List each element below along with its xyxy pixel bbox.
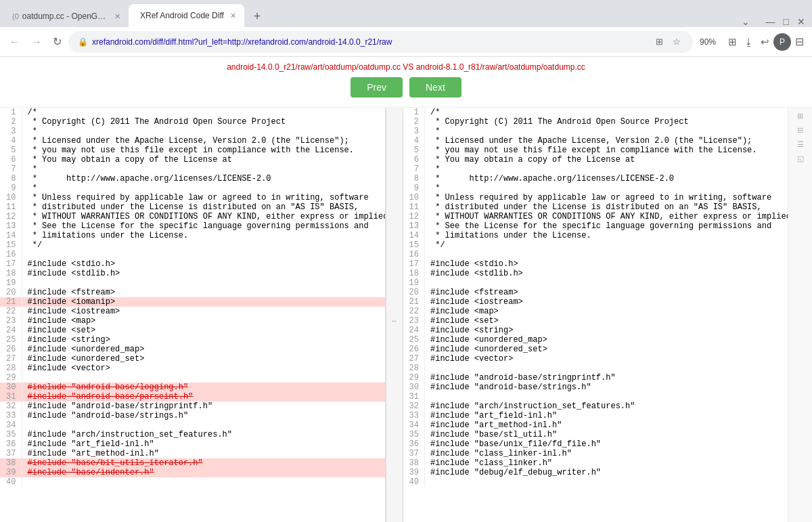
- reload-button[interactable]: ↻: [49, 32, 66, 51]
- line-number: 16: [0, 250, 22, 259]
- tab1-close[interactable]: ✕: [114, 12, 120, 21]
- line-number: 2: [403, 117, 425, 127]
- table-row: 6 * You may obtain a copy of the License…: [403, 155, 788, 165]
- line-number: 9: [403, 183, 425, 193]
- line-code: #include "android-base/stringprintf.h": [425, 373, 788, 383]
- table-row: 28#include <vector>: [0, 364, 386, 373]
- table-row: 36#include "base/unix_file/fd_file.h": [403, 439, 788, 449]
- next-button[interactable]: Next: [409, 77, 461, 97]
- address-bar[interactable]: 🔒 xrefandroid.com/diff/diff.html?url_lef…: [68, 31, 693, 53]
- forward-button[interactable]: →: [27, 33, 46, 51]
- back-button[interactable]: ←: [5, 33, 24, 51]
- profile-button[interactable]: P: [773, 33, 791, 51]
- line-code: *: [22, 127, 386, 136]
- line-code: #include <unordered_set>: [22, 354, 386, 364]
- line-number: 3: [0, 127, 22, 136]
- line-code: *: [22, 183, 386, 193]
- table-row: 37#include "art_method-inl.h": [0, 449, 386, 458]
- line-code: #include <stdio.h>: [22, 259, 386, 269]
- line-code: * Licensed under the Apache License, Ver…: [425, 136, 788, 146]
- qr-button[interactable]: ⊞: [653, 35, 666, 48]
- line-number: 28: [403, 364, 425, 373]
- table-row: 4 * Licensed under the Apache License, V…: [403, 136, 788, 146]
- table-row: 37#include "class_linker-inl.h": [403, 449, 788, 458]
- line-number: 16: [403, 250, 425, 259]
- line-number: 8: [403, 174, 425, 183]
- line-code: #include "class_linker-inl.h": [425, 449, 788, 458]
- tab-1[interactable]: {0 oatdump.cc - OpenGrok cros ✕: [5, 5, 127, 27]
- line-code: *: [425, 127, 788, 136]
- zoom-display: 90%: [696, 37, 720, 47]
- line-number: 7: [0, 165, 22, 174]
- table-row: 17#include <stdio.h>: [0, 259, 386, 269]
- line-code: [425, 278, 788, 288]
- line-number: 19: [0, 278, 22, 288]
- tab-2[interactable]: XRef Android Code Diff ✕: [129, 4, 244, 27]
- line-code: * Copyright (C) 2011 The Android Open So…: [425, 117, 788, 127]
- line-code: * See the License for the specific langu…: [425, 221, 788, 231]
- table-row: 30#include "android-base/strings.h": [403, 383, 788, 392]
- line-number: 39: [403, 468, 425, 477]
- table-row: 38#include "class_linker.h": [403, 458, 788, 468]
- table-row: 7 *: [403, 165, 788, 174]
- table-row: 12 * WITHOUT WARRANTIES OR CONDITIONS OF…: [0, 212, 386, 221]
- line-number: 4: [403, 136, 425, 146]
- table-row: 25#include <unordered_map>: [403, 335, 788, 345]
- new-tab-button[interactable]: +: [247, 5, 268, 27]
- line-code: #include "android-base/strings.h": [22, 411, 386, 420]
- back-history-button[interactable]: ↩: [758, 33, 772, 51]
- line-number: 5: [403, 146, 425, 155]
- window-controls: — □ ✕: [762, 16, 809, 27]
- line-code: * WITHOUT WARRANTIES OR CONDITIONS OF AN…: [425, 212, 788, 221]
- table-row: 15 */: [403, 240, 788, 250]
- line-code: #include <set>: [22, 326, 386, 335]
- table-row: 26#include <unordered_map>: [0, 345, 386, 354]
- table-row: 12 * WITHOUT WARRANTIES OR CONDITIONS OF…: [403, 212, 788, 221]
- line-number: 12: [0, 212, 22, 221]
- line-number: 4: [0, 136, 22, 146]
- line-code: #include "android-base/logging.h": [22, 383, 386, 392]
- table-row: 21#include <iostream>: [403, 297, 788, 307]
- tab-menu-button[interactable]: ⌄: [735, 16, 757, 27]
- line-code: #include <unordered_map>: [425, 335, 788, 345]
- table-row: 13 * See the License for the specific la…: [0, 221, 386, 231]
- table-row: 30#include "android-base/logging.h": [0, 383, 386, 392]
- line-number: 37: [0, 449, 22, 458]
- table-row: 16: [0, 250, 386, 259]
- line-number: 12: [403, 212, 425, 221]
- line-number: 1: [403, 108, 425, 117]
- table-row: 27#include <unordered_set>: [0, 354, 386, 364]
- right-code-panel[interactable]: 1/*2 * Copyright (C) 2011 The Android Op…: [403, 108, 788, 522]
- line-code: * distributed under the License is distr…: [22, 202, 386, 212]
- sidebar-button[interactable]: ⊟: [792, 32, 807, 51]
- line-number: 15: [403, 240, 425, 250]
- line-code: #include "android-base/stringprintf.h": [22, 401, 386, 411]
- table-row: 32#include "android-base/stringprintf.h": [0, 401, 386, 411]
- minimize-button[interactable]: —: [762, 16, 780, 27]
- left-code-panel[interactable]: 1/*2 * Copyright (C) 2011 The Android Op…: [0, 108, 386, 522]
- line-code: #include <set>: [425, 316, 788, 326]
- line-code: * http://www.apache.org/licenses/LICENSE…: [425, 174, 788, 183]
- line-code: * you may not use this file except in co…: [425, 146, 788, 155]
- account-button[interactable]: ⭳: [741, 33, 757, 50]
- line-code: #include <iostream>: [425, 297, 788, 307]
- maximize-button[interactable]: □: [780, 16, 793, 27]
- line-number: 24: [0, 326, 22, 335]
- line-code: #include "art_field-inl.h": [22, 439, 386, 449]
- tab2-close[interactable]: ✕: [230, 12, 236, 20]
- line-code: #include <map>: [425, 307, 788, 316]
- line-number: 36: [0, 439, 22, 449]
- table-row: 5 * you may not use this file except in …: [403, 146, 788, 155]
- bookmark-button[interactable]: ☆: [670, 35, 683, 48]
- prev-button[interactable]: Prev: [351, 77, 403, 97]
- close-button[interactable]: ✕: [793, 16, 809, 27]
- extensions-button[interactable]: ⊞: [725, 33, 740, 51]
- line-number: 38: [403, 458, 425, 468]
- line-code: #include <string>: [22, 335, 386, 345]
- line-code: #include "art_field-inl.h": [425, 411, 788, 420]
- diff-title: android-14.0.0_r21/raw/art/oatdump/oatdu…: [0, 62, 812, 72]
- table-row: 24#include <string>: [403, 326, 788, 335]
- line-number: 21: [0, 297, 22, 307]
- table-row: 14 * limitations under the License.: [0, 231, 386, 240]
- line-code: * Copyright (C) 2011 The Android Open So…: [22, 117, 386, 127]
